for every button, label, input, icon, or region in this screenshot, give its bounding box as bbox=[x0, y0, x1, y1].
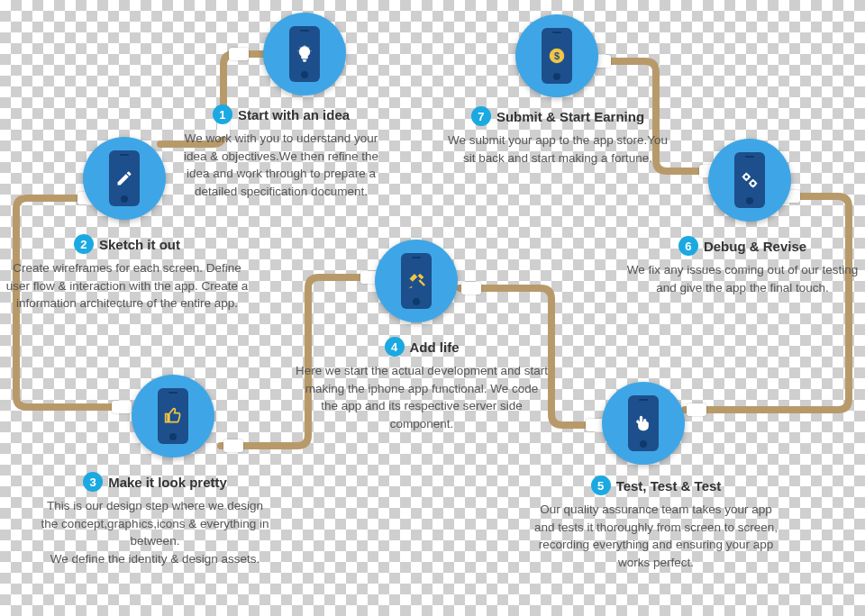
step-title: Debug & Revise bbox=[704, 239, 806, 254]
phone-icon bbox=[628, 395, 659, 451]
step-6-text: 6Debug & Revise We fix any issues coming… bbox=[622, 236, 863, 296]
step-4-text: 4Add life Here we start the actual devel… bbox=[296, 337, 548, 432]
lightbulb-icon bbox=[296, 43, 314, 65]
step-title: Make it look pretty bbox=[108, 475, 227, 490]
plug bbox=[223, 439, 243, 452]
step-1-node bbox=[263, 13, 346, 95]
plug bbox=[461, 282, 481, 294]
step-title: Sketch it out bbox=[99, 237, 180, 252]
step-3-node bbox=[132, 375, 214, 457]
step-badge: 5 bbox=[591, 476, 611, 495]
step-7-node: $ bbox=[515, 14, 598, 97]
pencil-icon bbox=[115, 169, 133, 187]
thumbs-up-icon bbox=[164, 407, 182, 425]
step-4-node bbox=[375, 240, 458, 322]
step-title: Test, Test & Test bbox=[616, 478, 722, 494]
step-title: Add life bbox=[410, 340, 460, 355]
step-badge: 1 bbox=[213, 104, 232, 124]
phone-icon bbox=[158, 388, 188, 444]
phone-icon bbox=[734, 152, 765, 208]
phone-icon bbox=[401, 253, 432, 309]
step-6-node bbox=[708, 139, 791, 222]
step-desc: This is our design step where we design … bbox=[38, 497, 272, 567]
step-badge: 7 bbox=[471, 106, 491, 126]
step-5-node bbox=[602, 382, 685, 465]
step-1-text: 1Start with an idea We work with you to … bbox=[173, 104, 389, 200]
step-7-text: 7Submit & Start Earning We submit your a… bbox=[445, 106, 670, 167]
process-diagram: 1Start with an idea We work with you to … bbox=[0, 0, 865, 616]
step-3-text: 3Make it look pretty This is our design … bbox=[38, 472, 272, 567]
plug bbox=[687, 403, 706, 416]
step-desc: We submit your app to the app store.You … bbox=[445, 131, 670, 167]
plug bbox=[229, 48, 249, 60]
step-title: Start with an idea bbox=[238, 107, 350, 122]
step-desc: We fix any issues coming out of our test… bbox=[622, 261, 863, 296]
step-5-text: 5Test, Test & Test Our quality assurance… bbox=[530, 476, 782, 571]
step-title: Submit & Start Earning bbox=[496, 109, 644, 124]
dollar-badge-icon: $ bbox=[547, 46, 567, 66]
step-desc: We work with you to uderstand your idea … bbox=[173, 130, 389, 200]
step-desc: Here we start the actual development and… bbox=[296, 362, 548, 432]
step-badge: 4 bbox=[385, 337, 405, 357]
plug bbox=[112, 401, 132, 413]
phone-icon bbox=[109, 150, 140, 206]
step-2-node bbox=[83, 137, 166, 220]
pointer-icon bbox=[634, 413, 652, 433]
phone-icon: $ bbox=[542, 28, 572, 84]
step-desc: Create wireframes for each screen. Defin… bbox=[5, 259, 249, 313]
phone-icon bbox=[289, 26, 320, 82]
step-badge: 2 bbox=[74, 234, 94, 254]
svg-point-0 bbox=[744, 175, 750, 180]
step-2-text: 2Sketch it out Create wireframes for eac… bbox=[5, 234, 249, 313]
gears-icon bbox=[740, 170, 760, 190]
svg-point-1 bbox=[751, 181, 756, 186]
step-badge: 3 bbox=[83, 472, 103, 492]
step-badge: 6 bbox=[678, 236, 698, 256]
step-desc: Our quality assurance team takes your ap… bbox=[530, 501, 782, 571]
svg-text:$: $ bbox=[554, 50, 560, 61]
tools-icon bbox=[407, 272, 425, 290]
